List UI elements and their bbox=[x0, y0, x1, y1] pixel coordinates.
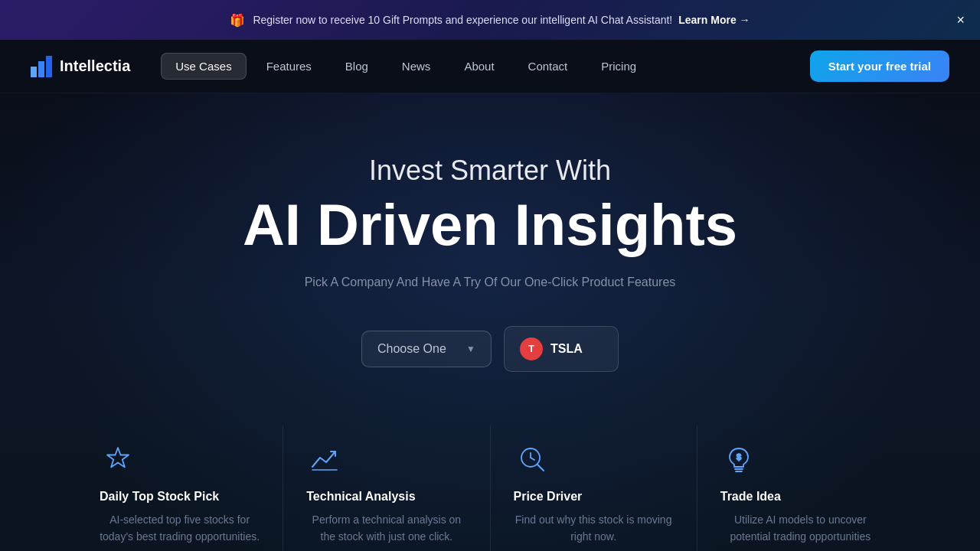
learn-more-link[interactable]: Learn More → bbox=[678, 14, 750, 26]
svg-text:$: $ bbox=[737, 452, 741, 461]
hero-description: Pick A Company And Have A Try Of Our One… bbox=[305, 276, 676, 289]
navbar: Intellectia Use Cases Features Blog News… bbox=[0, 40, 980, 93]
feature-card-daily-stock: Daily Top Stock Pick AI-selected top fiv… bbox=[77, 425, 283, 551]
feature-desc-2: Find out why this stock is moving right … bbox=[514, 511, 674, 546]
feature-title-0: Daily Top Stock Pick bbox=[100, 490, 219, 504]
start-free-trial-button[interactable]: Start your free trial bbox=[810, 51, 949, 82]
feature-card-technical: Technical Analysis Perform a technical a… bbox=[283, 425, 490, 551]
nav-item-pricing[interactable]: Pricing bbox=[587, 54, 650, 79]
features-row: Daily Top Stock Pick AI-selected top fiv… bbox=[31, 425, 949, 551]
stock-badge[interactable]: T TSLA bbox=[504, 326, 619, 372]
nav-item-contact[interactable]: Contact bbox=[514, 54, 582, 79]
banner-close-button[interactable]: × bbox=[956, 12, 965, 28]
banner-message: Register now to receive 10 Gift Prompts … bbox=[253, 14, 672, 26]
svg-rect-2 bbox=[46, 56, 52, 77]
gift-icon: 🎁 bbox=[230, 13, 245, 28]
chevron-down-icon: ▼ bbox=[466, 344, 475, 354]
nav-item-about[interactable]: About bbox=[450, 54, 508, 79]
search-clock-icon bbox=[514, 441, 550, 478]
hero-subtitle: Invest Smarter With bbox=[369, 155, 611, 187]
logo-icon bbox=[31, 56, 52, 77]
hero-section: Invest Smarter With AI Driven Insights P… bbox=[0, 93, 980, 551]
logo-text: Intellectia bbox=[60, 57, 130, 75]
stock-ticker: TSLA bbox=[550, 342, 583, 356]
feature-title-2: Price Driver bbox=[514, 490, 583, 504]
feature-title-1: Technical Analysis bbox=[306, 490, 415, 504]
company-dropdown[interactable]: Choose One ▼ bbox=[361, 331, 492, 367]
stock-icon: T bbox=[520, 337, 543, 360]
dropdown-placeholder: Choose One bbox=[377, 342, 446, 356]
top-banner: 🎁 Register now to receive 10 Gift Prompt… bbox=[0, 0, 980, 40]
star-icon bbox=[100, 441, 136, 478]
logo[interactable]: Intellectia bbox=[31, 56, 130, 77]
svg-rect-1 bbox=[38, 61, 44, 77]
hero-title: AI Driven Insights bbox=[243, 193, 737, 257]
feature-card-trade-idea: $ Trade Idea Utilize AI models to uncove… bbox=[697, 425, 903, 551]
svg-rect-0 bbox=[31, 67, 37, 77]
nav-item-blog[interactable]: Blog bbox=[332, 54, 382, 79]
hero-input-row: Choose One ▼ T TSLA bbox=[361, 326, 619, 372]
feature-title-3: Trade Idea bbox=[720, 490, 781, 504]
feature-desc-0: AI-selected top five stocks for today's … bbox=[100, 511, 260, 546]
nav-links: Use Cases Features Blog News About Conta… bbox=[161, 53, 810, 80]
svg-line-6 bbox=[531, 458, 534, 460]
chart-trend-icon bbox=[306, 441, 343, 478]
feature-desc-1: Perform a technical analysis on the stoc… bbox=[306, 511, 466, 546]
svg-line-7 bbox=[537, 465, 544, 471]
nav-item-news[interactable]: News bbox=[388, 54, 445, 79]
nav-item-use-cases[interactable]: Use Cases bbox=[161, 53, 246, 80]
lightbulb-dollar-icon: $ bbox=[720, 441, 757, 478]
feature-desc-3: Utilize AI models to uncover potential t… bbox=[720, 511, 880, 546]
feature-card-price-driver: Price Driver Find out why this stock is … bbox=[491, 425, 697, 551]
nav-item-features[interactable]: Features bbox=[253, 54, 325, 79]
